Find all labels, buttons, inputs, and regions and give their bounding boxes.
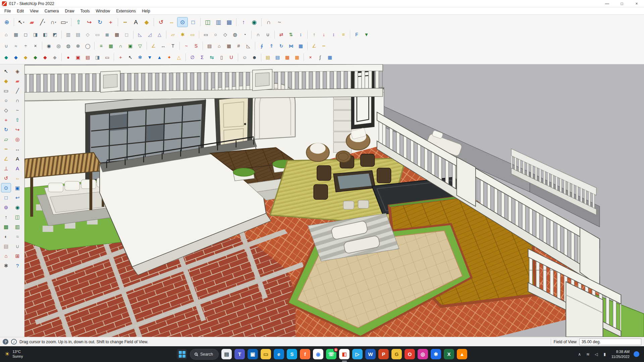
components-button[interactable]: ▣ xyxy=(73,53,83,61)
arc-button[interactable]: ∩▾ xyxy=(48,17,58,27)
back-view-button[interactable]: ◧ xyxy=(41,31,50,39)
iso-view-button[interactable]: ⌂ xyxy=(2,31,11,39)
orbit-button[interactable]: ↺ xyxy=(1,174,11,182)
solid-subtract-button[interactable]: ◎ xyxy=(54,42,63,50)
paint-bucket-button[interactable]: ◆ xyxy=(142,17,152,27)
fence-button[interactable]: # xyxy=(234,42,243,50)
wall-button[interactable]: ▦ xyxy=(224,42,233,50)
left-view-button[interactable]: ◩ xyxy=(50,31,59,39)
smoove-button[interactable]: ∩ xyxy=(116,42,125,50)
help-menu[interactable]: Help xyxy=(139,8,153,14)
select-all-button[interactable]: ↖ xyxy=(126,53,135,61)
help-icon[interactable]: ? xyxy=(3,339,8,345)
maximize-button[interactable]: □ xyxy=(614,0,629,7)
flatten-button[interactable]: F xyxy=(352,31,361,39)
circle-2d-button[interactable]: ○ xyxy=(211,31,220,39)
camera-menu[interactable]: Camera xyxy=(42,8,62,14)
hidden-icons-button[interactable]: ∧ xyxy=(577,352,582,357)
drop-water-button[interactable]: ▼ xyxy=(145,53,154,61)
drape-button[interactable]: ▽ xyxy=(136,42,145,50)
extension-warehouse-button[interactable]: ⊞ xyxy=(13,251,22,260)
shaded-with-textures-button[interactable]: ▩ xyxy=(112,31,121,39)
person-walk-button[interactable]: ☻ xyxy=(250,53,259,61)
weld-button[interactable]: ∪ xyxy=(263,31,272,39)
zoom-previous-button[interactable]: ↩ xyxy=(13,193,22,202)
person-button[interactable]: ☺ xyxy=(240,53,249,61)
section-fill-button[interactable]: ▩ xyxy=(1,222,11,231)
position-camera-button[interactable]: ⊚ xyxy=(1,203,11,212)
sketchup-app-button[interactable]: ◧ xyxy=(339,349,350,359)
paint-green-button[interactable]: ◆ xyxy=(31,53,40,61)
paint-bucket-button[interactable]: ◆ xyxy=(1,76,11,85)
flip-blue-button[interactable]: ↕ xyxy=(296,31,305,39)
instagram-app-button[interactable]: ◎ xyxy=(418,349,428,359)
rotate-button[interactable]: ↻ xyxy=(1,125,11,134)
rectangle-dropdown-icon[interactable]: ▾ xyxy=(66,21,68,24)
guide-tape-button[interactable]: ┅ xyxy=(319,42,328,50)
pyramid-button[interactable]: ▲ xyxy=(155,53,164,61)
line-dropdown-icon[interactable]: ▾ xyxy=(44,21,45,24)
network-button[interactable]: ≋ xyxy=(585,352,591,357)
angular-dimension-button[interactable]: ∠ xyxy=(149,42,158,50)
protractor-button[interactable]: ∠ xyxy=(1,154,11,163)
from-scratch-button[interactable]: ▦ xyxy=(106,42,115,50)
line-button[interactable]: ╱▾ xyxy=(38,17,48,27)
measurements-box[interactable] xyxy=(579,339,641,345)
look-around-button[interactable]: ◉ xyxy=(13,203,22,212)
view-menu[interactable]: View xyxy=(27,8,42,14)
explode-button[interactable]: ✱ xyxy=(178,31,187,39)
warning-button[interactable]: △ xyxy=(174,53,183,61)
from-contours-button[interactable]: ≡ xyxy=(97,42,106,50)
rectangle-button[interactable]: ▭ xyxy=(1,86,11,95)
telegram-app-button[interactable]: ▷ xyxy=(352,349,363,359)
follow-me-button[interactable]: ↪ xyxy=(13,125,22,134)
zoom-extents-button[interactable]: □ xyxy=(188,17,198,27)
grid-a-button[interactable]: ▦ xyxy=(283,53,292,61)
teams-app-button[interactable]: T xyxy=(234,349,245,359)
styles-button[interactable]: ◨ xyxy=(93,53,102,61)
goldwave-app-button[interactable]: G xyxy=(391,349,402,359)
move-button[interactable]: + xyxy=(106,17,116,27)
shadows-button[interactable]: ◐ xyxy=(1,232,11,241)
eraser-button[interactable]: ▰ xyxy=(13,76,22,85)
ellipse-2d-button[interactable]: ◍ xyxy=(230,31,239,39)
draw-menu[interactable]: Draw xyxy=(62,8,77,14)
notepad-app-button[interactable]: ▤ xyxy=(221,349,232,359)
solid-trim-button[interactable]: ◍ xyxy=(64,42,73,50)
section-display-button[interactable]: ▥ xyxy=(213,17,223,27)
preferences-button[interactable]: ✱ xyxy=(1,261,11,270)
offset-button[interactable]: ◎ xyxy=(13,135,22,143)
freeze-button[interactable]: ✻ xyxy=(136,53,145,61)
battery-button[interactable]: ▮ xyxy=(602,352,607,357)
push-pull-button[interactable]: ⇧ xyxy=(73,17,84,27)
arc-dropdown-icon[interactable]: ▾ xyxy=(55,21,56,24)
close-button[interactable]: × xyxy=(629,0,644,7)
opera-app-button[interactable]: O xyxy=(405,349,415,359)
paint-red-button[interactable]: ◆ xyxy=(41,53,50,61)
align-middle-button[interactable]: ↕ xyxy=(329,31,338,39)
right-view-button[interactable]: ◨ xyxy=(31,31,40,39)
axes-button[interactable]: ⊥ xyxy=(1,164,11,173)
clock[interactable]: 8:38 AM 11/25/2022 xyxy=(611,349,630,359)
look-around-button[interactable]: ◉ xyxy=(249,17,259,27)
volume-button[interactable]: ◁ xyxy=(594,352,599,357)
polygon-2d-button[interactable]: ◇ xyxy=(221,31,230,39)
fog-button[interactable]: ≈ xyxy=(13,232,22,241)
dimension-button[interactable]: ↔ xyxy=(13,144,22,153)
section-plane-button[interactable]: ◫ xyxy=(13,213,22,221)
paint-blue-button[interactable]: ◆ xyxy=(11,53,20,61)
front-view-button[interactable]: ◻ xyxy=(21,31,30,39)
pan-button[interactable]: ⇔ xyxy=(167,17,177,27)
pipe-button[interactable]: ∮ xyxy=(257,42,266,50)
lathe-button[interactable]: ↻ xyxy=(277,42,286,50)
instructor-button[interactable]: ? xyxy=(13,261,22,270)
scale-button[interactable]: ▱ xyxy=(1,135,11,143)
powerpoint-app-button[interactable]: P xyxy=(378,349,389,359)
viewport[interactable] xyxy=(24,64,644,337)
notifications-button[interactable] xyxy=(634,351,639,357)
align-up-button[interactable]: ↑ xyxy=(310,31,319,39)
info-icon[interactable]: i xyxy=(11,339,17,345)
circle-button[interactable]: ○ xyxy=(1,96,11,105)
store-app-button[interactable]: ▣ xyxy=(248,349,258,359)
match-photo-button[interactable]: ▤ xyxy=(1,242,11,250)
